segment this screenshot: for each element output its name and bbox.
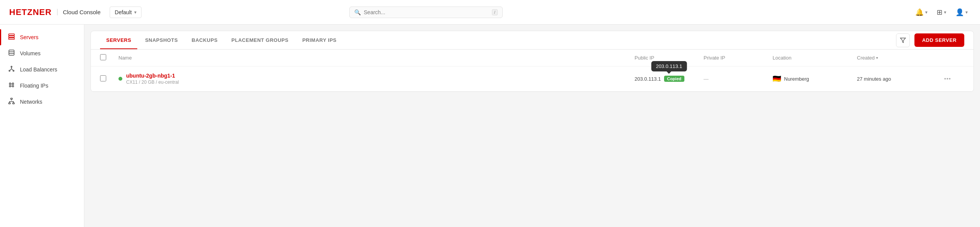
svg-marker-10: [900, 38, 905, 43]
sidebar-item-networks-label: Networks: [20, 99, 42, 105]
svg-point-6: [13, 70, 14, 71]
sidebar-item-volumes[interactable]: Volumes: [0, 45, 84, 61]
sidebar-item-networks[interactable]: Networks: [0, 94, 84, 110]
col-header-private-ip: Private IP: [704, 55, 773, 61]
table-header: Name Public IP Private IP Location Creat: [91, 50, 973, 66]
logo-text: HETZNER: [9, 7, 52, 17]
tab-snapshots[interactable]: SNAPSHOTS: [139, 31, 184, 49]
dot3: [949, 78, 950, 80]
add-server-button[interactable]: ADD SERVER: [914, 33, 964, 47]
apps-chevron-icon: ▾: [944, 10, 946, 15]
sort-icon: ▾: [876, 56, 878, 60]
server-name-cell: ubuntu-2gb-nbg1-1 CX11 / 20 GB / eu-cent…: [118, 73, 635, 85]
project-label: Default: [115, 9, 132, 15]
location-name: Nuremberg: [784, 76, 809, 82]
created-time: 27 minutes ago: [857, 76, 891, 82]
header: HETZNER Cloud Console Default ▾ 🔍 / 🔔 ▾ …: [0, 0, 980, 25]
server-info: ubuntu-2gb-nbg1-1 CX11 / 20 GB / eu-cent…: [126, 73, 179, 85]
filter-button[interactable]: [896, 33, 910, 47]
sidebar-item-servers[interactable]: Servers: [0, 29, 84, 45]
main-layout: Servers Volumes Load Balancers Floating …: [0, 25, 980, 227]
svg-point-4: [11, 66, 12, 67]
sidebar-item-floating-ips[interactable]: Floating IPs: [0, 78, 84, 94]
user-chevron-icon: ▾: [965, 10, 968, 15]
load-balancers-icon: [8, 65, 15, 74]
networks-icon: [8, 98, 15, 106]
col-header-public-ip: Public IP: [635, 55, 704, 61]
server-spec: CX11 / 20 GB / eu-central: [126, 80, 179, 85]
location-cell: 🇩🇪 Nuremberg: [773, 75, 857, 83]
server-name-link[interactable]: ubuntu-2gb-nbg1-1: [126, 73, 179, 79]
select-all-checkbox-cell: [100, 54, 118, 61]
project-selector[interactable]: Default ▾: [110, 7, 141, 18]
floating-ips-icon: [8, 81, 15, 90]
row-checkbox[interactable]: [100, 75, 106, 81]
tab-backups[interactable]: BACKUPS: [186, 31, 224, 49]
bell-icon: 🔔: [915, 8, 924, 17]
notifications-chevron-icon: ▾: [925, 10, 927, 15]
content-inner: SERVERS SNAPSHOTS BACKUPS PLACEMENT GROU…: [90, 31, 974, 92]
sidebar-item-load-balancers[interactable]: Load Balancers: [0, 61, 84, 78]
volumes-icon: [8, 49, 15, 58]
svg-rect-2: [9, 38, 15, 40]
svg-rect-3: [9, 50, 14, 55]
row-checkbox-cell: [100, 75, 118, 83]
copied-badge: Copied: [664, 76, 684, 82]
ip-tooltip: 203.0.113.1: [651, 61, 687, 71]
sidebar-item-servers-label: Servers: [20, 34, 38, 40]
sidebar-item-volumes-label: Volumes: [20, 50, 41, 56]
row-more-button[interactable]: [941, 76, 964, 81]
content: SERVERS SNAPSHOTS BACKUPS PLACEMENT GROU…: [84, 25, 980, 227]
search-icon: 🔍: [354, 9, 361, 15]
created-cell: 27 minutes ago: [857, 76, 941, 82]
sidebar: Servers Volumes Load Balancers Floating …: [0, 25, 84, 227]
col-header-name: Name: [118, 55, 635, 61]
select-all-checkbox[interactable]: [100, 54, 106, 60]
chevron-down-icon: ▾: [134, 10, 136, 15]
dot2: [947, 78, 948, 80]
private-ip-text: —: [704, 76, 709, 82]
logo-subtitle: Cloud Console: [57, 9, 100, 15]
tab-actions: ADD SERVER: [896, 33, 964, 47]
apps-button[interactable]: ⊞ ▾: [934, 6, 949, 19]
svg-rect-0: [9, 34, 15, 35]
svg-point-5: [9, 70, 10, 71]
grid-icon: ⊞: [937, 8, 942, 17]
tab-servers[interactable]: SERVERS: [100, 31, 137, 49]
row-actions-cell: [941, 76, 964, 81]
sidebar-item-load-balancers-label: Load Balancers: [20, 66, 57, 73]
svg-rect-9: [13, 103, 15, 104]
table-container: Name Public IP Private IP Location Creat: [91, 50, 973, 91]
svg-rect-1: [9, 36, 15, 38]
dot1: [944, 78, 946, 80]
logo[interactable]: HETZNER Cloud Console: [9, 7, 100, 17]
tabs-bar: SERVERS SNAPSHOTS BACKUPS PLACEMENT GROU…: [91, 31, 973, 50]
user-icon: 👤: [955, 8, 964, 17]
public-ip-cell: 203.0.113.1 203.0.113.1 Copied: [635, 76, 704, 82]
col-header-location: Location: [773, 55, 857, 61]
search-bar: 🔍 /: [349, 7, 503, 18]
private-ip-cell: —: [704, 76, 773, 82]
servers-icon: [8, 33, 15, 41]
search-shortcut: /: [492, 9, 498, 15]
svg-rect-7: [11, 98, 13, 99]
tab-primary-ips[interactable]: PRIMARY IPS: [296, 31, 342, 49]
svg-rect-8: [9, 103, 11, 104]
user-button[interactable]: 👤 ▾: [952, 6, 971, 19]
server-status-indicator: [118, 77, 122, 81]
col-header-created[interactable]: Created ▾: [857, 55, 941, 61]
filter-icon: [900, 37, 906, 43]
tab-placement-groups[interactable]: PLACEMENT GROUPS: [225, 31, 295, 49]
search-input[interactable]: [364, 9, 489, 15]
header-actions: 🔔 ▾ ⊞ ▾ 👤 ▾: [912, 6, 971, 19]
table-row: ubuntu-2gb-nbg1-1 CX11 / 20 GB / eu-cent…: [91, 66, 973, 91]
location-flag: 🇩🇪: [773, 75, 781, 83]
public-ip-text[interactable]: 203.0.113.1: [635, 76, 661, 82]
sidebar-item-floating-ips-label: Floating IPs: [20, 83, 48, 89]
notifications-button[interactable]: 🔔 ▾: [912, 6, 931, 19]
